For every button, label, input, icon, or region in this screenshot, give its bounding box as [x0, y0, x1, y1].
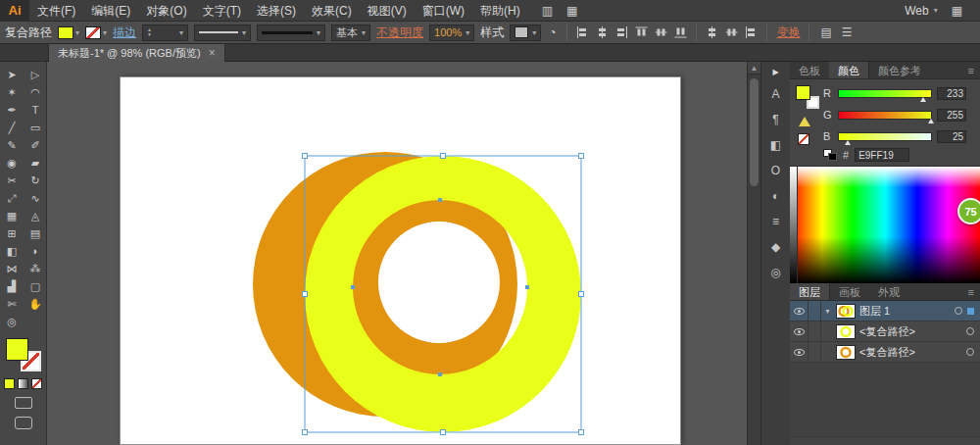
isolate-object-icon[interactable]: ▤ — [818, 25, 833, 39]
fill-color-control[interactable]: ▾ — [58, 26, 79, 39]
artboard-tool[interactable]: ▢ — [24, 278, 46, 295]
fill-proxy[interactable] — [6, 338, 28, 361]
opacity-link[interactable]: 不透明度 — [376, 25, 423, 41]
panel-menu-icon[interactable]: ≡ — [962, 283, 980, 300]
opacity-select[interactable]: 100% ▾ — [429, 25, 474, 41]
tab-layers[interactable]: 图层 — [790, 283, 830, 300]
direct-selection-tool[interactable]: ▷ — [24, 67, 46, 83]
visibility-toggle[interactable] — [790, 301, 808, 321]
blend-tool[interactable]: ⋈ — [1, 261, 23, 277]
anchor-point[interactable] — [351, 285, 355, 289]
menu-edit[interactable]: 编辑(E) — [83, 0, 138, 22]
transform-link[interactable]: 变换 — [776, 25, 800, 41]
canvas-area[interactable] — [47, 62, 747, 445]
expand-panels-icon[interactable]: ▶ — [764, 65, 788, 78]
fill-stroke-widget[interactable] — [6, 338, 41, 371]
free-transform-tool[interactable]: ▦ — [1, 208, 23, 224]
selection-handle[interactable] — [441, 154, 446, 159]
selection-handle[interactable] — [579, 292, 584, 297]
color-button[interactable] — [4, 378, 15, 389]
perspective-grid-tool[interactable]: ⊞ — [1, 225, 23, 242]
selection-handle[interactable] — [579, 430, 584, 435]
menu-object[interactable]: 对象(O) — [138, 0, 194, 22]
yellow-ring-path[interactable] — [305, 156, 581, 432]
visibility-toggle[interactable] — [790, 342, 808, 362]
character-panel-icon[interactable]: A — [764, 84, 788, 104]
tab-color[interactable]: 颜色 — [829, 62, 869, 78]
cs-live-icon[interactable]: ▦ — [952, 4, 962, 18]
none-swatch[interactable] — [798, 133, 809, 145]
red-channel-slider[interactable] — [838, 89, 932, 98]
none-button[interactable] — [31, 378, 42, 389]
brush-definition-select[interactable]: ▾ — [257, 25, 325, 41]
anchor-point[interactable] — [525, 285, 529, 289]
shape-builder-tool[interactable]: ◬ — [24, 208, 46, 224]
menu-select[interactable]: 选择(S) — [249, 0, 304, 22]
stepper-arrows-icon[interactable]: ▲▼ — [147, 27, 152, 37]
symbol-sprayer-tool[interactable]: ⁂ — [24, 261, 46, 277]
scale-tool[interactable]: ⤢ — [1, 190, 23, 207]
paragraph-panel-icon[interactable]: ¶ — [764, 110, 788, 129]
gradient-panel-icon[interactable]: ◐ — [764, 186, 788, 206]
gradient-tool[interactable]: ◧ — [1, 243, 23, 260]
drawing-mode-button[interactable] — [15, 397, 32, 409]
fill-proxy-mini[interactable] — [796, 85, 810, 100]
lasso-tool[interactable]: ◠ — [24, 84, 46, 101]
overlay-badge[interactable]: 75 — [957, 198, 980, 224]
align-horizontal-center-icon[interactable] — [596, 26, 609, 38]
width-tool[interactable]: ∿ — [24, 190, 46, 207]
menu-view[interactable]: 视图(V) — [360, 0, 415, 22]
tab-artboards[interactable]: 画板 — [830, 283, 869, 300]
disclosure-triangle-icon[interactable]: ▼ — [821, 308, 834, 315]
rotate-tool[interactable]: ↻ — [24, 173, 46, 189]
lock-toggle[interactable] — [808, 342, 821, 362]
align-right-icon[interactable] — [615, 26, 628, 38]
style-select[interactable]: ▾ — [510, 25, 541, 41]
eyedropper-tool[interactable]: ◗ — [24, 243, 46, 260]
gradient-button[interactable] — [18, 378, 28, 389]
blue-channel-slider[interactable] — [838, 132, 932, 141]
selection-handle[interactable] — [441, 430, 446, 435]
scissors-tool[interactable]: ✂ — [1, 173, 23, 189]
document-tab[interactable]: 未标题-1* @ 98% (RGB/预览) × — [48, 44, 225, 62]
arrange-documents-icon[interactable]: ▥ — [542, 4, 553, 18]
width-profile-select[interactable]: ▾ — [194, 25, 251, 41]
zoom-tool[interactable]: ◎ — [1, 314, 23, 330]
selection-indicator[interactable] — [967, 308, 974, 315]
menu-type[interactable]: 文字(T) — [195, 0, 249, 22]
recolor-artwork-icon[interactable]: ◔ — [547, 25, 558, 39]
magic-wand-tool[interactable]: ✶ — [1, 84, 23, 101]
opentype-panel-icon[interactable]: O — [764, 161, 788, 180]
layer-name[interactable]: <复合路径> — [859, 345, 915, 360]
align-left-icon[interactable] — [576, 26, 589, 38]
pencil-tool[interactable]: ✐ — [24, 137, 46, 154]
slider-pointer[interactable] — [920, 97, 926, 102]
brush-basic-select[interactable]: 基本 ▾ — [331, 25, 370, 41]
anchor-point[interactable] — [438, 372, 442, 376]
slider-pointer[interactable] — [928, 119, 934, 124]
layer-name[interactable]: 图层 1 — [859, 304, 890, 319]
selection-handle[interactable] — [303, 292, 308, 297]
menu-effect[interactable]: 效果(C) — [304, 0, 360, 22]
screen-mode-button[interactable] — [15, 417, 32, 429]
stroke-link[interactable]: 描边 — [113, 25, 136, 41]
mesh-tool[interactable]: ▤ — [24, 225, 46, 242]
green-channel-slider[interactable] — [838, 111, 932, 120]
align-vertical-center-icon[interactable] — [656, 26, 667, 39]
layer-name[interactable]: <复合路径> — [859, 324, 915, 339]
stroke-weight-stepper[interactable]: ▲▼ ▾ — [142, 25, 188, 41]
green-channel-value[interactable]: 255 — [937, 109, 966, 122]
close-icon[interactable]: × — [209, 46, 216, 60]
fill-stroke-mini-widget[interactable] — [796, 85, 819, 109]
blue-channel-value[interactable]: 25 — [937, 130, 966, 143]
selection-handle[interactable] — [579, 154, 584, 159]
lock-toggle[interactable] — [808, 321, 821, 341]
menu-file[interactable]: 文件(F) — [29, 0, 83, 22]
distribute-horizontal-icon[interactable] — [706, 26, 718, 38]
menu-help[interactable]: 帮助(H) — [472, 0, 528, 22]
menu-window[interactable]: 窗口(W) — [415, 0, 472, 22]
layer-row[interactable]: <复合路径> — [790, 342, 980, 363]
layer-row[interactable]: <复合路径> — [790, 321, 980, 342]
selection-handle[interactable] — [303, 430, 308, 435]
hex-value-field[interactable]: E9FF19 — [855, 148, 909, 162]
